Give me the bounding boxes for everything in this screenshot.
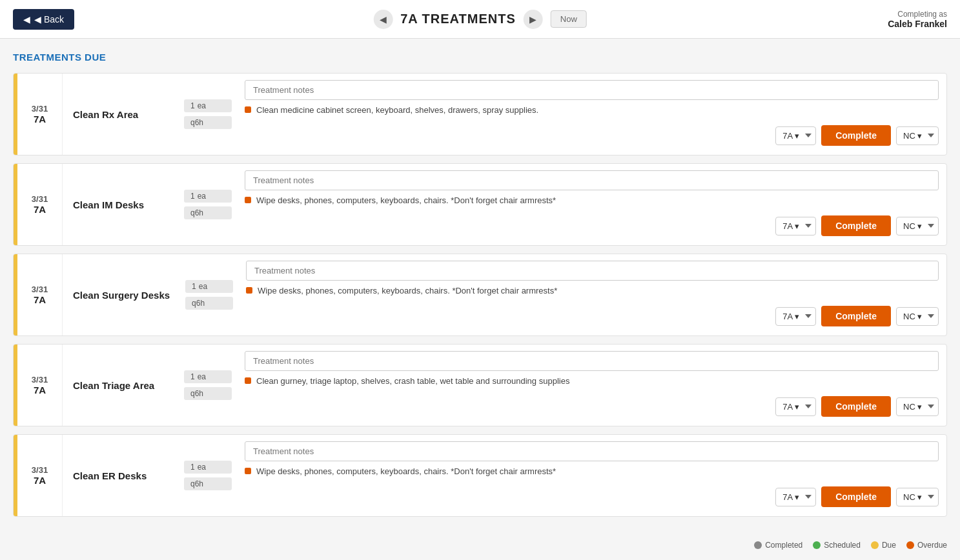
card-right: Clean medicine cabinet screen, keyboard,… [237,74,946,155]
page-title: 7A TREATMENTS [400,12,516,26]
ward-label: 7A [34,294,46,305]
nc-select[interactable]: NC ▾ N/A [896,488,939,506]
treatment-notes-input[interactable] [245,80,939,100]
card-meta: 1 ea q6h [179,435,237,516]
legend: Completed Scheduled Due Overdue [754,541,947,550]
instruction-row: Wipe desks, phones, computers, keyboards… [245,466,939,476]
quantity-unit: ea [198,192,206,201]
location-select[interactable]: 7A ▾ 7B 7C [775,126,816,145]
next-nav-button[interactable]: ▶ [524,10,543,29]
back-button[interactable]: ◀ ◀ Back [13,9,74,30]
treatment-name: Clean Triage Area [63,345,179,426]
instruction-row: Wipe desks, phones, computers, keyboards… [246,286,939,295]
card-actions: 7A ▾ 7B 7C Complete NC ▾ N/A [246,301,939,329]
card-actions: 7A ▾ 7B 7C Complete NC ▾ N/A [245,481,939,510]
treatment-notes-input[interactable] [245,441,939,461]
card-date: 3/31 7A [17,435,63,516]
complete-button[interactable]: Complete [821,486,891,507]
instruction-text: Clean gurney, triage laptop, shelves, cr… [256,376,569,386]
instruction-text: Wipe desks, phones, computers, keyboards… [256,466,556,476]
card-date: 3/31 7A [17,164,63,245]
card-date: 3/31 7A [17,345,63,426]
quantity-badge: 1 ea [184,190,232,203]
date-number: 3/31 [32,104,48,114]
card-date: 3/31 7A [17,254,63,335]
quantity-value: 1 [190,192,195,201]
nc-select[interactable]: NC ▾ N/A [896,217,939,235]
header: ◀ ◀ Back ◀ 7A TREATMENTS ▶ Now Completin… [0,0,960,39]
instruction-text: Wipe desks, phones, computers, keyboards… [258,286,557,295]
quantity-badge: 1 ea [184,370,232,383]
treatment-card: 3/31 7A Clean Surgery Desks 1 ea q6h Wip… [13,254,947,336]
instruction-row: Clean medicine cabinet screen, keyboard,… [245,105,939,115]
now-button[interactable]: Now [551,10,587,28]
card-right: Wipe desks, phones, computers, keyboards… [237,435,946,516]
card-meta: 1 ea q6h [179,345,237,426]
quantity-value: 1 [190,372,195,381]
card-right: Clean gurney, triage laptop, shelves, cr… [237,345,946,426]
completing-as-info: Completing as Caleb Frankel [888,10,947,29]
date-number: 3/31 [32,375,48,385]
instruction-row: Clean gurney, triage laptop, shelves, cr… [245,376,939,386]
card-right: Wipe desks, phones, computers, keyboards… [237,164,946,245]
treatment-name: Clean Rx Area [63,74,179,155]
nc-select[interactable]: NC ▾ N/A [896,307,939,326]
treatment-notes-input[interactable] [245,351,939,371]
treatment-name: Clean ER Desks [63,435,179,516]
treatment-name: Clean Surgery Desks [63,254,180,335]
instruction-text: Wipe desks, phones, computers, keyboards… [256,195,556,205]
legend-completed: Completed [754,541,802,550]
location-select[interactable]: 7A ▾ 7B 7C [775,307,816,326]
completed-dot-icon [754,541,762,549]
instruction-text: Clean medicine cabinet screen, keyboard,… [256,105,538,115]
next-icon: ▶ [529,14,536,25]
frequency-badge: q6h [184,387,232,400]
location-select[interactable]: 7A ▾ 7B 7C [775,488,816,506]
quantity-unit: ea [198,101,206,110]
treatment-name: Clean IM Desks [63,164,179,245]
quantity-unit: ea [198,372,206,381]
card-meta: 1 ea q6h [179,164,237,245]
legend-scheduled: Scheduled [813,541,861,550]
nc-select[interactable]: NC ▾ N/A [896,397,939,416]
quantity-value: 1 [190,463,195,472]
due-label: Due [882,541,896,550]
card-right: Wipe desks, phones, computers, keyboards… [238,254,946,335]
treatment-notes-input[interactable] [246,261,939,281]
completing-as-label: Completing as [897,10,947,19]
instruction-icon [245,468,251,474]
date-number: 3/31 [32,194,48,204]
complete-button[interactable]: Complete [821,396,891,417]
completed-label: Completed [765,541,802,550]
frequency-badge: q6h [185,297,233,310]
treatment-card: 3/31 7A Clean IM Desks 1 ea q6h Wipe des… [13,163,947,246]
main-content: TREATMENTS DUE 3/31 7A Clean Rx Area 1 e… [0,39,960,560]
location-select[interactable]: 7A ▾ 7B 7C [775,397,816,416]
quantity-unit: ea [198,463,206,472]
complete-button[interactable]: Complete [821,125,891,146]
prev-nav-button[interactable]: ◀ [373,10,393,29]
quantity-value: 1 [192,282,196,291]
date-number: 3/31 [32,285,48,294]
treatment-notes-input[interactable] [245,170,939,190]
frequency-badge: q6h [184,116,232,129]
ward-label: 7A [34,475,46,486]
prev-icon: ◀ [380,14,387,25]
legend-overdue: Overdue [906,541,947,550]
complete-button[interactable]: Complete [821,306,891,326]
treatments-list: 3/31 7A Clean Rx Area 1 ea q6h Clean med… [13,73,947,525]
card-actions: 7A ▾ 7B 7C Complete NC ▾ N/A [245,120,939,148]
back-arrow-icon: ◀ [23,14,30,25]
ward-label: 7A [34,385,46,395]
user-name: Caleb Frankel [888,19,947,29]
scheduled-dot-icon [813,541,821,549]
complete-button[interactable]: Complete [821,215,891,236]
treatment-card: 3/31 7A Clean Triage Area 1 ea q6h Clean… [13,344,947,426]
treatment-card: 3/31 7A Clean Rx Area 1 ea q6h Clean med… [13,73,947,155]
frequency-badge: q6h [184,206,232,219]
nc-select[interactable]: NC ▾ N/A [896,126,939,145]
card-date: 3/31 7A [17,74,63,155]
instruction-icon [246,287,252,294]
location-select[interactable]: 7A ▾ 7B 7C [775,217,816,235]
quantity-unit: ea [199,282,207,291]
